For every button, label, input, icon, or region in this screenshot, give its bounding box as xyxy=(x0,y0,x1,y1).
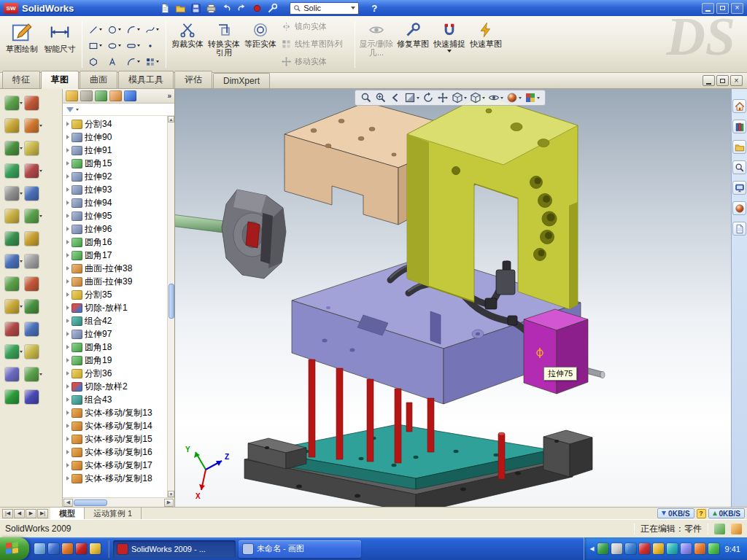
expand-arrow-icon[interactable] xyxy=(66,161,69,166)
appearances-scenes-icon[interactable] xyxy=(732,201,746,215)
feature-tree-item[interactable]: 圆角16 xyxy=(63,236,174,249)
feature-tree-item[interactable]: 实体-移动/复制16 xyxy=(63,446,174,459)
feature-tree-item[interactable]: 组合42 xyxy=(63,314,174,327)
left-toolbar-icon[interactable] xyxy=(5,187,23,201)
search-box[interactable] xyxy=(290,2,359,15)
offset-entities-button[interactable]: 等距实体 xyxy=(242,18,279,71)
left-toolbar-icon[interactable] xyxy=(25,277,43,291)
show-desktop-icon[interactable] xyxy=(34,543,45,554)
solidworks-resources-icon[interactable] xyxy=(732,99,746,113)
left-toolbar-icon[interactable] xyxy=(5,322,23,336)
feature-tree-item[interactable]: 实体-移动/复制18 xyxy=(63,472,174,485)
undo-icon[interactable] xyxy=(220,1,233,15)
expand-arrow-icon[interactable] xyxy=(66,148,69,152)
taskbar-task-button[interactable]: 未命名 - 画图 xyxy=(239,540,361,558)
convert-entities-button[interactable]: 转换实体引用 xyxy=(206,18,242,71)
left-toolbar-icon[interactable] xyxy=(25,164,43,178)
expand-arrow-icon[interactable] xyxy=(66,122,69,126)
expand-arrow-icon[interactable] xyxy=(66,319,69,323)
menu-item[interactable] xyxy=(121,7,131,9)
spline-tool-icon[interactable] xyxy=(142,22,161,38)
print-icon[interactable] xyxy=(204,1,217,15)
dropdown-caret-icon[interactable] xyxy=(137,28,140,31)
pan-icon[interactable] xyxy=(437,92,449,104)
dropdown-caret-icon[interactable] xyxy=(137,61,140,63)
expand-arrow-icon[interactable] xyxy=(66,135,69,139)
polygon-tool-icon[interactable] xyxy=(85,54,104,70)
dropdown-caret-icon[interactable] xyxy=(118,44,121,47)
view-palette-icon[interactable] xyxy=(732,181,746,195)
expand-arrow-icon[interactable] xyxy=(66,266,69,271)
left-toolbar-icon[interactable] xyxy=(5,254,23,268)
expand-arrow-icon[interactable] xyxy=(66,345,69,349)
expand-arrow-icon[interactable] xyxy=(66,214,69,218)
dropdown-caret-icon[interactable] xyxy=(99,44,102,47)
left-toolbar-icon[interactable] xyxy=(25,368,43,381)
tray-icon-2[interactable] xyxy=(611,543,622,554)
repair-sketch-button[interactable]: 修复草图 xyxy=(395,18,431,71)
scroll-up-icon[interactable]: ▲ xyxy=(168,116,174,122)
filter-funnel-icon[interactable] xyxy=(66,107,74,112)
appearance-icon[interactable] xyxy=(506,92,522,104)
feature-tree-item[interactable]: 曲面-拉伸38 xyxy=(63,262,174,275)
expand-arrow-icon[interactable] xyxy=(66,201,69,205)
tray-icon-6[interactable] xyxy=(667,543,678,554)
line-tool-icon[interactable] xyxy=(85,22,104,38)
sketch-button[interactable]: 草图绘制 xyxy=(3,18,41,71)
start-button[interactable] xyxy=(0,537,29,560)
expand-arrow-icon[interactable] xyxy=(66,332,69,336)
menu-item[interactable] xyxy=(142,7,152,9)
net-meter-help-icon[interactable]: ? xyxy=(697,509,706,518)
feature-tree-item[interactable]: 拉伸96 xyxy=(63,222,174,236)
dropdown-caret-icon[interactable] xyxy=(156,28,159,31)
left-toolbar-icon[interactable] xyxy=(25,232,43,246)
tree-vscrollbar[interactable]: ▲ ▼ xyxy=(167,116,174,497)
tab-模具工具[interactable]: 模具工具 xyxy=(118,71,174,88)
flyout-caret-icon[interactable] xyxy=(20,147,23,149)
media-player-icon[interactable] xyxy=(62,543,73,554)
restore-button[interactable] xyxy=(716,3,729,14)
zoom-fit-icon[interactable] xyxy=(360,92,372,104)
expand-arrow-icon[interactable] xyxy=(66,279,69,284)
next-tab-icon[interactable]: ▶ xyxy=(26,509,36,518)
expand-arrow-icon[interactable] xyxy=(66,174,69,179)
feature-tree-item[interactable]: 拉伸95 xyxy=(63,209,174,222)
tray-icon-1[interactable] xyxy=(597,543,608,554)
first-tab-icon[interactable]: |◀ xyxy=(2,509,13,518)
filter-caret-icon[interactable] xyxy=(76,109,79,111)
rebuild-icon[interactable] xyxy=(250,1,263,15)
dropdown-caret-icon[interactable] xyxy=(417,97,419,99)
flyout-caret-icon[interactable] xyxy=(20,260,23,262)
featuremanager-tree-tab-icon[interactable] xyxy=(66,90,78,101)
tray-icon-4[interactable] xyxy=(639,543,650,554)
dropdown-caret-icon[interactable] xyxy=(447,50,452,52)
expand-arrow-icon[interactable] xyxy=(66,358,69,362)
feature-tree-item[interactable]: 切除-放样1 xyxy=(63,301,174,314)
scroll-down-icon[interactable]: ▼ xyxy=(168,491,174,497)
left-toolbar-icon[interactable] xyxy=(5,345,23,359)
feature-tree-item[interactable]: 拉伸97 xyxy=(63,327,174,341)
close-button[interactable]: × xyxy=(731,3,743,14)
left-toolbar-icon[interactable] xyxy=(25,96,43,110)
design-library-icon[interactable] xyxy=(732,120,746,133)
displaypane-tab-icon[interactable] xyxy=(124,90,136,101)
expand-arrow-icon[interactable] xyxy=(66,450,69,454)
menu-item[interactable] xyxy=(131,7,142,9)
left-toolbar-icon[interactable] xyxy=(25,390,43,404)
circle-tool-icon[interactable] xyxy=(104,22,123,38)
feature-tree-item[interactable]: 实体-移动/复制13 xyxy=(63,406,174,419)
display-delete-relations-button[interactable]: 显示/删除几... xyxy=(358,18,395,71)
feature-tree-item[interactable]: 圆角17 xyxy=(63,249,174,262)
new-document-icon[interactable] xyxy=(158,1,171,15)
dropdown-caret-icon[interactable] xyxy=(156,61,159,63)
last-tab-icon[interactable]: ▶| xyxy=(37,509,48,518)
left-toolbar-icon[interactable] xyxy=(25,254,43,268)
save-icon[interactable] xyxy=(189,1,202,15)
expand-arrow-icon[interactable] xyxy=(66,227,69,231)
taskbar-task-button[interactable]: SolidWorks 2009 - ... xyxy=(113,540,236,558)
solidworks-icon[interactable] xyxy=(76,543,87,554)
minimize-button[interactable] xyxy=(702,3,714,14)
dropdown-caret-icon[interactable] xyxy=(519,97,522,99)
search-input[interactable] xyxy=(303,4,349,12)
feature-tree-item[interactable]: 分割35 xyxy=(63,288,174,301)
